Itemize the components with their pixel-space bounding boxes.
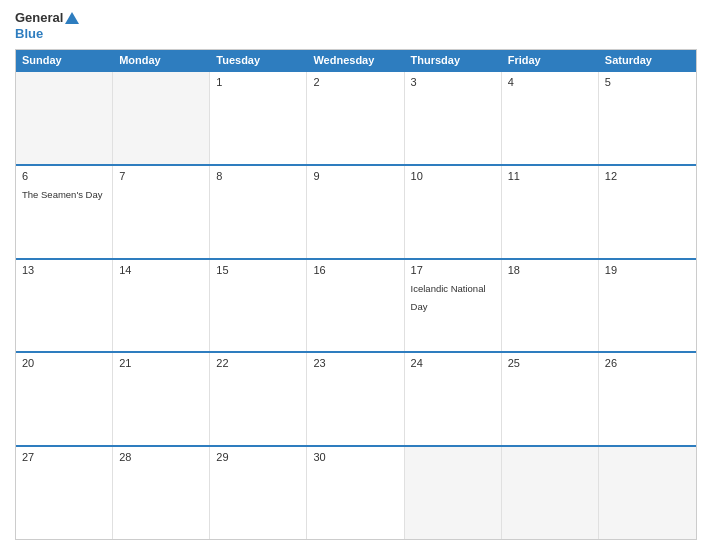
day-number: 22 <box>216 357 300 369</box>
logo-blue-text: Blue <box>15 26 43 42</box>
cal-cell: 13 <box>16 260 113 352</box>
day-number: 7 <box>119 170 203 182</box>
cal-cell: 12 <box>599 166 696 258</box>
day-number: 11 <box>508 170 592 182</box>
logo-triangle-icon <box>65 12 79 24</box>
day-number: 2 <box>313 76 397 88</box>
day-number: 26 <box>605 357 690 369</box>
weekday-header-wednesday: Wednesday <box>307 50 404 70</box>
cal-cell: 7 <box>113 166 210 258</box>
cal-cell: 25 <box>502 353 599 445</box>
cal-cell: 4 <box>502 72 599 164</box>
cal-cell: 30 <box>307 447 404 539</box>
day-number: 27 <box>22 451 106 463</box>
weekday-header-saturday: Saturday <box>599 50 696 70</box>
calendar-grid: SundayMondayTuesdayWednesdayThursdayFrid… <box>15 49 697 540</box>
weekday-header-sunday: Sunday <box>16 50 113 70</box>
cal-cell: 2 <box>307 72 404 164</box>
day-number: 21 <box>119 357 203 369</box>
calendar-row-3: 20212223242526 <box>16 351 696 445</box>
cal-cell: 26 <box>599 353 696 445</box>
day-number: 10 <box>411 170 495 182</box>
day-number: 18 <box>508 264 592 276</box>
cal-cell <box>599 447 696 539</box>
day-number: 14 <box>119 264 203 276</box>
day-number: 19 <box>605 264 690 276</box>
cal-cell <box>16 72 113 164</box>
cal-cell: 16 <box>307 260 404 352</box>
day-number: 1 <box>216 76 300 88</box>
event-label: Icelandic National Day <box>411 283 486 312</box>
day-number: 5 <box>605 76 690 88</box>
cal-cell: 28 <box>113 447 210 539</box>
cal-cell: 29 <box>210 447 307 539</box>
logo: General Blue <box>15 10 79 41</box>
cal-cell: 21 <box>113 353 210 445</box>
day-number: 4 <box>508 76 592 88</box>
day-number: 30 <box>313 451 397 463</box>
day-number: 17 <box>411 264 495 276</box>
calendar-page: General Blue SundayMondayTuesdayWednesda… <box>0 0 712 550</box>
cal-cell: 23 <box>307 353 404 445</box>
cal-cell: 27 <box>16 447 113 539</box>
cal-cell: 14 <box>113 260 210 352</box>
cal-cell: 19 <box>599 260 696 352</box>
day-number: 23 <box>313 357 397 369</box>
cal-cell: 18 <box>502 260 599 352</box>
weekday-header-monday: Monday <box>113 50 210 70</box>
day-number: 25 <box>508 357 592 369</box>
cal-cell: 1 <box>210 72 307 164</box>
weekday-header-thursday: Thursday <box>405 50 502 70</box>
cal-cell: 17Icelandic National Day <box>405 260 502 352</box>
cal-cell <box>113 72 210 164</box>
calendar-row-2: 1314151617Icelandic National Day1819 <box>16 258 696 352</box>
calendar-row-0: 12345 <box>16 70 696 164</box>
day-number: 15 <box>216 264 300 276</box>
header: General Blue <box>15 10 697 41</box>
calendar-row-1: 6The Seamen's Day789101112 <box>16 164 696 258</box>
calendar-header-row: SundayMondayTuesdayWednesdayThursdayFrid… <box>16 50 696 70</box>
cal-cell: 24 <box>405 353 502 445</box>
cal-cell: 3 <box>405 72 502 164</box>
cal-cell: 8 <box>210 166 307 258</box>
cal-cell: 11 <box>502 166 599 258</box>
event-label: The Seamen's Day <box>22 189 103 200</box>
cal-cell: 10 <box>405 166 502 258</box>
cal-cell <box>502 447 599 539</box>
cal-cell: 15 <box>210 260 307 352</box>
cal-cell: 5 <box>599 72 696 164</box>
cal-cell: 22 <box>210 353 307 445</box>
cal-cell: 9 <box>307 166 404 258</box>
day-number: 28 <box>119 451 203 463</box>
day-number: 29 <box>216 451 300 463</box>
day-number: 16 <box>313 264 397 276</box>
day-number: 13 <box>22 264 106 276</box>
calendar-body: 123456The Seamen's Day789101112131415161… <box>16 70 696 539</box>
weekday-header-friday: Friday <box>502 50 599 70</box>
cal-cell: 20 <box>16 353 113 445</box>
day-number: 6 <box>22 170 106 182</box>
day-number: 3 <box>411 76 495 88</box>
day-number: 8 <box>216 170 300 182</box>
day-number: 20 <box>22 357 106 369</box>
calendar-row-4: 27282930 <box>16 445 696 539</box>
day-number: 9 <box>313 170 397 182</box>
cal-cell: 6The Seamen's Day <box>16 166 113 258</box>
cal-cell <box>405 447 502 539</box>
day-number: 12 <box>605 170 690 182</box>
weekday-header-tuesday: Tuesday <box>210 50 307 70</box>
logo-general-text: General <box>15 10 63 26</box>
day-number: 24 <box>411 357 495 369</box>
